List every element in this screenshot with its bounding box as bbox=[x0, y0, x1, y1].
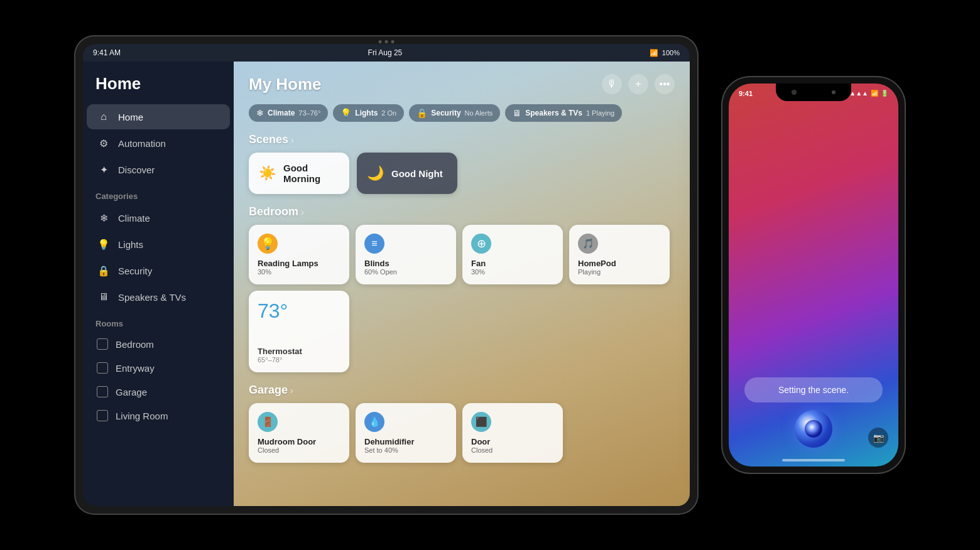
blinds-card[interactable]: ≡ Blinds 60% Open bbox=[356, 225, 456, 284]
sidebar-item-discover[interactable]: ✦ Discover bbox=[87, 157, 230, 182]
climate-pill-icon: ❄ bbox=[256, 108, 264, 118]
garage-door-status: Closed bbox=[471, 446, 554, 454]
phone-time: 9:41 bbox=[739, 90, 753, 97]
mudroom-door-top: 🚪 bbox=[258, 412, 340, 432]
sidebar-item-climate-label: Climate bbox=[118, 213, 150, 224]
tablet-time: 9:41 AM bbox=[93, 48, 121, 57]
reading-lamps-status: 30% bbox=[258, 268, 340, 276]
homepod-name: HomePod bbox=[578, 259, 661, 268]
sidebar-item-home[interactable]: ⌂ Home bbox=[87, 104, 230, 129]
sidebar-item-livingroom[interactable]: Living Room bbox=[87, 404, 230, 427]
garage-section-header: Garage › bbox=[249, 384, 675, 397]
security-pill-icon: 🔒 bbox=[416, 108, 427, 118]
tablet-date: Fri Aug 25 bbox=[368, 48, 403, 57]
home-indicator[interactable] bbox=[782, 459, 845, 461]
microphone-button[interactable]: 🎙 bbox=[602, 74, 622, 94]
sidebar-item-speakers[interactable]: 🖥 Speakers & TVs bbox=[87, 284, 230, 310]
good-night-label: Good Night bbox=[391, 168, 443, 179]
garage-door-name: Door bbox=[471, 437, 554, 446]
tablet-camera bbox=[379, 40, 382, 43]
blinds-name: Blinds bbox=[364, 259, 447, 268]
mudroom-door-card[interactable]: 🚪 Mudroom Door Closed bbox=[249, 403, 349, 463]
mudroom-door-name: Mudroom Door bbox=[258, 437, 340, 446]
thermostat-card[interactable]: 73° Thermostat 65°–78° bbox=[249, 291, 349, 372]
lights-pill[interactable]: 💡 Lights 2 On bbox=[333, 104, 404, 122]
security-pill-label: Security bbox=[431, 109, 460, 117]
tablet-camera-area bbox=[379, 40, 395, 43]
security-icon: 🔒 bbox=[97, 264, 111, 278]
speakers-icon: 🖥 bbox=[97, 290, 111, 304]
island-right-dot bbox=[832, 90, 836, 94]
reading-lamps-name: Reading Lamps bbox=[258, 259, 340, 268]
siri-orb[interactable] bbox=[795, 410, 832, 448]
fan-card[interactable]: ⊕ Fan 30% bbox=[462, 225, 563, 284]
tablet-body: Home ⌂ Home ⚙ Automation ✦ Discover Cate… bbox=[83, 62, 690, 506]
sidebar-item-discover-label: Discover bbox=[118, 164, 155, 175]
fan-name: Fan bbox=[471, 259, 554, 268]
battery-icon: 100% bbox=[662, 49, 680, 57]
sidebar-item-automation[interactable]: ⚙ Automation bbox=[87, 131, 230, 156]
phone-signal-icon: ▲▲▲ bbox=[849, 90, 868, 97]
mudroom-door-icon: 🚪 bbox=[258, 412, 278, 432]
phone-screen: 9:41 ▲▲▲ 📶 🔋 Setting the scene. bbox=[729, 84, 898, 466]
sidebar-item-security[interactable]: 🔒 Security bbox=[87, 258, 230, 283]
garage-door-icon: ⬛ bbox=[471, 412, 491, 432]
dehumidifier-top: 💧 bbox=[364, 412, 447, 432]
dehumidifier-card[interactable]: 💧 Dehumidifier Set to 40% bbox=[356, 403, 456, 463]
sidebar-item-bedroom[interactable]: Bedroom bbox=[87, 333, 230, 355]
home-icon: ⌂ bbox=[97, 110, 111, 124]
scenes-chevron-icon: › bbox=[291, 135, 294, 145]
good-morning-label: Good Morning bbox=[283, 163, 339, 184]
climate-pill[interactable]: ❄ Climate 73–76° bbox=[249, 104, 328, 122]
lights-pill-label: Lights bbox=[355, 109, 378, 117]
sidebar-item-livingroom-label: Living Room bbox=[116, 411, 168, 421]
more-button[interactable]: ••• bbox=[655, 74, 675, 94]
fan-icon: ⊕ bbox=[471, 234, 491, 254]
lights-pill-sub: 2 On bbox=[381, 109, 396, 117]
lights-icon: 💡 bbox=[97, 237, 111, 251]
dynamic-island bbox=[776, 84, 851, 101]
sidebar-item-climate[interactable]: ❄ Climate bbox=[87, 205, 230, 230]
bedroom-device-grid: 💡 Reading Lamps 30% ≡ Blinds 60% Open bbox=[249, 225, 675, 284]
wifi-icon: 📶 bbox=[650, 49, 658, 57]
homepod-icon: 🎵 bbox=[578, 234, 598, 254]
scene-good-morning[interactable]: ☀️ Good Morning bbox=[249, 153, 349, 194]
categories-section-title: Categories bbox=[83, 183, 234, 205]
bedroom-room-icon bbox=[97, 338, 108, 350]
dehumidifier-name: Dehumidifier bbox=[364, 437, 447, 446]
blinds-status: 60% Open bbox=[364, 268, 447, 276]
siri-orb-graphic bbox=[804, 419, 823, 438]
phone-status-right: ▲▲▲ 📶 🔋 bbox=[849, 90, 888, 97]
garage-door-card[interactable]: ⬛ Door Closed bbox=[462, 403, 563, 463]
speakers-pill[interactable]: 🖥 Speakers & TVs 1 Playing bbox=[505, 104, 622, 122]
homepod-top: 🎵 bbox=[578, 234, 661, 254]
homepod-status: Playing bbox=[578, 268, 661, 276]
main-header: My Home 🎙 + ••• bbox=[249, 74, 675, 94]
add-button[interactable]: + bbox=[628, 74, 648, 94]
sidebar-item-entryway-label: Entryway bbox=[116, 363, 155, 374]
bedroom-section-header: Bedroom › bbox=[249, 205, 675, 218]
mudroom-door-status: Closed bbox=[258, 446, 340, 454]
thermostat-range: 65°–78° bbox=[258, 356, 340, 364]
tablet-screen: 9:41 AM Fri Aug 25 📶 100% Home ⌂ Home ⚙ … bbox=[83, 44, 690, 506]
sidebar-item-entryway[interactable]: Entryway bbox=[87, 357, 230, 379]
security-pill[interactable]: 🔒 Security No Alerts bbox=[409, 104, 500, 122]
garage-section-title: Garage bbox=[249, 384, 288, 397]
climate-pill-sub: 73–76° bbox=[298, 109, 320, 117]
camera-button[interactable]: 📷 bbox=[868, 428, 888, 448]
reading-lamps-card[interactable]: 💡 Reading Lamps 30% bbox=[249, 225, 349, 284]
scenes-row: ☀️ Good Morning 🌙 Good Night bbox=[249, 153, 675, 194]
siri-message-bubble: Setting the scene. bbox=[744, 377, 883, 402]
good-morning-icon: ☀️ bbox=[259, 165, 276, 181]
homepod-card[interactable]: 🎵 HomePod Playing bbox=[569, 225, 670, 284]
dehumidifier-icon: 💧 bbox=[364, 412, 384, 432]
speakers-pill-icon: 🖥 bbox=[513, 108, 521, 118]
scene-good-night[interactable]: 🌙 Good Night bbox=[357, 153, 457, 194]
sidebar-item-garage[interactable]: Garage bbox=[87, 380, 230, 403]
main-content: My Home 🎙 + ••• ❄ Climate 73–76° bbox=[234, 62, 690, 506]
blinds-icon: ≡ bbox=[364, 234, 384, 254]
island-shape bbox=[785, 85, 842, 99]
sidebar-item-speakers-label: Speakers & TVs bbox=[118, 292, 186, 303]
garage-room-icon bbox=[97, 386, 108, 397]
sidebar-item-lights[interactable]: 💡 Lights bbox=[87, 232, 230, 257]
